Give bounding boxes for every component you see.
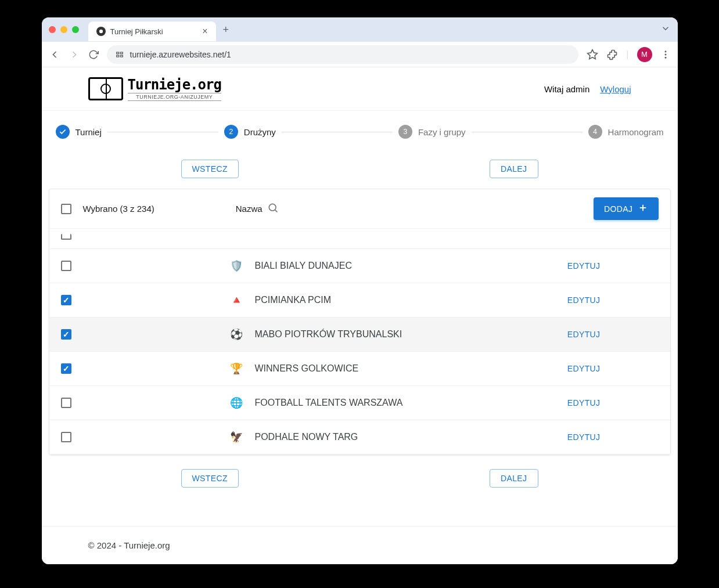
maximize-window-button[interactable]	[72, 26, 79, 33]
step-label: Drużyny	[244, 127, 276, 137]
step-1[interactable]: Turniej	[56, 125, 102, 139]
team-logo: 🔺	[228, 292, 245, 308]
search-icon[interactable]	[267, 202, 279, 215]
step-circle: 3	[398, 125, 412, 139]
team-logo: 🛡️	[228, 258, 245, 274]
browser-toolbar: turnieje.azurewebsites.net/1 | M	[42, 42, 678, 67]
step-circle: 2	[224, 125, 238, 139]
selected-count: Wybrano (3 z 234)	[83, 204, 154, 214]
team-logo: 🦅	[228, 429, 245, 445]
team-name: BIALI BIALY DUNAJEC	[255, 261, 352, 271]
table-row: 🦅PODHALE NOWY TARGEDYTUJ	[49, 420, 670, 454]
site-settings-icon	[115, 50, 124, 59]
reload-button[interactable]	[88, 49, 99, 60]
table-row: 🛡️BIALI BIALY DUNAJECEDYTUJ	[49, 249, 670, 283]
name-column-header: Nazwa	[236, 204, 263, 214]
url-text: turnieje.azurewebsites.net/1	[130, 50, 231, 59]
edit-link[interactable]: EDYTUJ	[567, 295, 601, 305]
select-all-checkbox[interactable]	[61, 204, 71, 214]
edit-link[interactable]: EDYTUJ	[567, 432, 601, 442]
step-3[interactable]: 3Fazy i grupy	[398, 125, 466, 139]
table-row: ✓🔺PCIMIANKA PCIMEDYTUJ	[49, 283, 670, 318]
tab-title: Turniej Piłkarski	[110, 27, 163, 36]
team-name: PCIMIANKA PCIM	[255, 295, 332, 305]
back-step-button-bottom[interactable]: WSTECZ	[181, 469, 239, 488]
row-checkbox[interactable]	[61, 261, 71, 271]
team-logo: ⚽	[228, 326, 245, 342]
next-step-button[interactable]: DALEJ	[490, 160, 538, 178]
plus-icon	[638, 203, 648, 215]
nav-buttons-bottom: WSTECZ DALEJ	[42, 462, 678, 498]
svg-marker-4	[588, 49, 598, 59]
edit-link[interactable]: EDYTUJ	[567, 398, 601, 407]
add-button[interactable]: DODAJ	[594, 197, 658, 220]
step-connector	[282, 132, 393, 132]
step-2[interactable]: 2Drużyny	[224, 125, 276, 139]
tabs-dropdown-icon[interactable]	[660, 23, 671, 36]
table-row: ✓⚽MABO PIOTRKÓW TRYBUNALSKIEDYTUJ	[49, 318, 670, 352]
logo-mark	[88, 77, 123, 100]
step-connector	[107, 132, 218, 132]
logo-subtitle: TURNIEJE.ORG-ANIZUJEMY	[128, 93, 221, 101]
profile-avatar[interactable]: M	[637, 47, 652, 62]
svg-rect-1	[120, 52, 123, 54]
row-checkbox[interactable]: ✓	[61, 363, 71, 374]
edit-link[interactable]: EDYTUJ	[567, 261, 601, 270]
browser-window: Turniej Piłkarski × + turnieje.azurewebs…	[42, 17, 678, 564]
app-header: Turnieje.org TURNIEJE.ORG-ANIZUJEMY Wita…	[42, 67, 678, 111]
team-logo: 🏆	[228, 360, 245, 377]
window-controls	[49, 26, 79, 33]
step-connector	[472, 132, 583, 132]
step-circle	[56, 125, 70, 139]
bookmark-icon[interactable]	[587, 49, 598, 60]
url-bar[interactable]: turnieje.azurewebsites.net/1	[107, 45, 579, 64]
close-window-button[interactable]	[49, 26, 56, 33]
toolbar-right: | M	[587, 47, 670, 62]
row-checkbox[interactable]: ✓	[61, 295, 71, 305]
page-content: Turnieje.org TURNIEJE.ORG-ANIZUJEMY Wita…	[42, 67, 678, 564]
stepper: Turniej2Drużyny3Fazy i grupy4Harmonogram	[42, 111, 678, 153]
panel-header: Wybrano (3 z 234) Nazwa DODAJ	[49, 189, 670, 229]
step-label: Fazy i grupy	[418, 127, 466, 137]
menu-icon[interactable]	[660, 49, 671, 60]
footer-text: © 2024 - Turnieje.org	[88, 540, 170, 550]
step-4[interactable]: 4Harmonogram	[588, 125, 664, 139]
logout-link[interactable]: Wyloguj	[600, 84, 631, 94]
panel-body: . . 🛡️BIALI BIALY DUNAJECEDYTUJ✓🔺PCIMIAN…	[49, 229, 670, 454]
svg-rect-3	[120, 55, 123, 57]
team-name: PODHALE NOWY TARG	[255, 432, 358, 442]
edit-link[interactable]: EDYTUJ	[567, 330, 601, 339]
extensions-icon[interactable]	[606, 49, 618, 60]
step-label: Turniej	[76, 127, 102, 137]
back-step-button[interactable]: WSTECZ	[181, 160, 239, 178]
teams-panel: Wybrano (3 z 234) Nazwa DODAJ	[49, 189, 671, 455]
table-row: ✓🏆WINNERS GOLKOWICEEDYTUJ	[49, 352, 670, 386]
svg-rect-2	[116, 55, 118, 57]
row-checkbox[interactable]: ✓	[61, 329, 71, 340]
step-circle: 4	[588, 125, 602, 139]
new-tab-button[interactable]: +	[223, 24, 229, 36]
next-step-button-bottom[interactable]: DALEJ	[490, 469, 538, 488]
close-tab-icon[interactable]: ×	[202, 26, 207, 37]
svg-point-7	[664, 56, 666, 58]
edit-link[interactable]: EDYTUJ	[567, 364, 601, 373]
row-checkbox[interactable]	[61, 234, 71, 240]
logo[interactable]: Turnieje.org TURNIEJE.ORG-ANIZUJEMY	[88, 77, 221, 101]
row-checkbox[interactable]	[61, 398, 71, 408]
nav-buttons-top: WSTECZ DALEJ	[42, 153, 678, 189]
browser-tab[interactable]: Turniej Piłkarski ×	[88, 21, 216, 41]
svg-point-6	[664, 53, 666, 55]
titlebar: Turniej Piłkarski × +	[42, 17, 678, 42]
back-button[interactable]	[49, 49, 60, 60]
team-logo	[228, 229, 245, 245]
logo-title: Turnieje.org	[128, 77, 221, 93]
svg-line-9	[275, 210, 278, 212]
row-checkbox[interactable]	[61, 432, 71, 442]
team-name: FOOTBALL TALENTS WARSZAWA	[255, 398, 403, 408]
table-row: . .	[49, 229, 670, 249]
minimize-window-button[interactable]	[60, 26, 67, 33]
team-name: MABO PIOTRKÓW TRYBUNALSKI	[255, 329, 402, 340]
forward-button[interactable]	[69, 49, 80, 60]
step-label: Harmonogram	[608, 127, 664, 137]
svg-rect-0	[116, 52, 118, 54]
